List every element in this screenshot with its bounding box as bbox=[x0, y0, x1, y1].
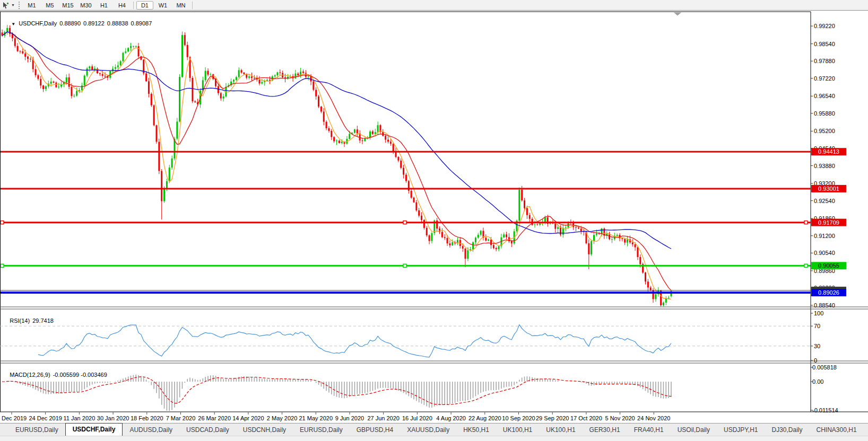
chart-tab-usdjpy-h1[interactable]: USDJPY,H1 bbox=[717, 425, 765, 436]
ohlc-low: 0.88838 bbox=[107, 20, 128, 27]
svg-text:0.90055: 0.90055 bbox=[818, 262, 839, 269]
svg-text:0.93880: 0.93880 bbox=[814, 163, 835, 169]
chart-tab-usdchf-daily[interactable]: USDCHF,Daily bbox=[65, 423, 123, 436]
cursor-tool-icon[interactable] bbox=[2, 1, 10, 10]
svg-text:0.93001: 0.93001 bbox=[818, 186, 839, 192]
svg-text:24 Nov 2020: 24 Nov 2020 bbox=[637, 415, 670, 421]
svg-text:9 Jun 2020: 9 Jun 2020 bbox=[335, 415, 364, 421]
chart-tab-usdcad-daily[interactable]: USDCAD,Daily bbox=[179, 425, 236, 436]
svg-text:18 Feb 2020: 18 Feb 2020 bbox=[131, 415, 163, 421]
svg-text:11 Jan 2020: 11 Jan 2020 bbox=[64, 415, 96, 421]
svg-text:0.98540: 0.98540 bbox=[814, 41, 835, 47]
mt4-window: ▼ M1M5M15M30H1H4D1W1MN 0.992200.985400.9… bbox=[0, 0, 868, 441]
chart-tab-eurusd-daily[interactable]: EURUSD,Daily bbox=[8, 425, 65, 436]
svg-text:0.95200: 0.95200 bbox=[814, 128, 835, 134]
timeframe-m30-button[interactable]: M30 bbox=[77, 1, 94, 10]
chart-tab-uk100-h1[interactable]: UK100,H1 bbox=[539, 425, 582, 436]
timeframe-h1-button[interactable]: H1 bbox=[96, 1, 112, 10]
svg-text:2 May 2020: 2 May 2020 bbox=[267, 415, 297, 421]
svg-text:17 Oct 2020: 17 Oct 2020 bbox=[570, 415, 602, 421]
svg-text:0.99220: 0.99220 bbox=[814, 23, 835, 29]
chart-tab-audusd-daily[interactable]: AUDUSD,Daily bbox=[123, 425, 179, 436]
svg-text:5 Nov 2020: 5 Nov 2020 bbox=[605, 415, 635, 421]
timeframe-w1-button[interactable]: W1 bbox=[154, 1, 171, 10]
svg-text:0.005818: 0.005818 bbox=[812, 364, 837, 371]
chart-tab-uk100-h1[interactable]: UK100,H1 bbox=[496, 425, 539, 436]
svg-text:16 Jul 2020: 16 Jul 2020 bbox=[402, 415, 432, 421]
svg-text:0.97880: 0.97880 bbox=[814, 58, 835, 64]
svg-text:4 Aug 2020: 4 Aug 2020 bbox=[436, 415, 466, 421]
tool-dropdown-caret-icon[interactable]: ▼ bbox=[10, 3, 18, 7]
chart-tab-usoil-h[interactable]: USOil,H bbox=[864, 425, 868, 436]
macd-label: MACD(12,26,9)-0.005599 -0.003469 bbox=[3, 365, 110, 384]
svg-text:26 Mar 2020: 26 Mar 2020 bbox=[198, 415, 231, 421]
chart-title: ▼USDCHF,Daily0.888900.891220.888380.8908… bbox=[5, 14, 154, 33]
ohlc-high: 0.89122 bbox=[83, 20, 105, 27]
svg-text:30 Jan 2020: 30 Jan 2020 bbox=[97, 415, 129, 421]
svg-text:0.96540: 0.96540 bbox=[814, 93, 835, 99]
rsi-label: RSI(14)29.7418 bbox=[3, 311, 56, 330]
chart-tab-ger30-h1[interactable]: GER30,H1 bbox=[583, 425, 627, 436]
svg-text:0.95880: 0.95880 bbox=[814, 110, 835, 117]
toolbar-separator bbox=[192, 2, 193, 9]
chart-canvas[interactable]: 0.992200.985400.978800.972200.965400.958… bbox=[0, 11, 868, 423]
svg-text:0.92540: 0.92540 bbox=[814, 198, 835, 204]
chart-tab-gbpusd-h4[interactable]: GBPUSD,H4 bbox=[350, 425, 400, 436]
chart-tab-xauusd-daily[interactable]: XAUUSD,Daily bbox=[400, 425, 456, 436]
rsi-indicator-value: 29.7418 bbox=[32, 317, 54, 324]
svg-text:-0.011514: -0.011514 bbox=[812, 407, 838, 413]
ohlc-close: 0.89087 bbox=[131, 20, 152, 27]
timeframe-h4-button[interactable]: H4 bbox=[114, 1, 131, 10]
svg-text:5 Dec 2019: 5 Dec 2019 bbox=[0, 415, 27, 421]
svg-text:0.88540: 0.88540 bbox=[814, 302, 835, 308]
chart-tab-eurusd-daily[interactable]: EURUSD,Daily bbox=[293, 425, 350, 436]
chart-symbol-label: USDCHF,Daily bbox=[19, 20, 57, 27]
toolbar-separator bbox=[133, 2, 134, 9]
toolbar-grip[interactable] bbox=[19, 2, 20, 9]
timeframe-m5-button[interactable]: M5 bbox=[41, 1, 58, 10]
svg-text:0.94413: 0.94413 bbox=[818, 148, 839, 155]
rsi-indicator-name: RSI(14) bbox=[10, 317, 30, 324]
timeframe-m1-button[interactable]: M1 bbox=[23, 1, 40, 10]
chart-tab-bar: EURUSD,DailyUSDCHF,DailyAUDUSD,DailyUSDC… bbox=[0, 423, 868, 436]
svg-text:100: 100 bbox=[814, 310, 823, 316]
svg-text:30: 30 bbox=[814, 343, 820, 349]
svg-text:0.00: 0.00 bbox=[812, 378, 823, 385]
svg-text:0: 0 bbox=[814, 357, 817, 364]
svg-text:22 Aug 2020: 22 Aug 2020 bbox=[468, 415, 501, 421]
chart-tab-china300-h1[interactable]: CHINA300,H1 bbox=[810, 425, 864, 436]
svg-text:0.89026: 0.89026 bbox=[818, 289, 839, 296]
cursor-arrow-glyph bbox=[2, 2, 10, 9]
svg-text:7 Mar 2020: 7 Mar 2020 bbox=[166, 415, 196, 421]
svg-text:10 Sep 2020: 10 Sep 2020 bbox=[502, 415, 535, 421]
chart-tab-hk50-h1[interactable]: HK50,H1 bbox=[456, 425, 496, 436]
chart-tab-usdcnh-daily[interactable]: USDCNH,Daily bbox=[236, 425, 293, 436]
svg-text:29 Sep 2020: 29 Sep 2020 bbox=[536, 415, 569, 421]
svg-text:0.91709: 0.91709 bbox=[818, 219, 839, 226]
svg-text:27 Jun 2020: 27 Jun 2020 bbox=[367, 415, 400, 421]
timeframe-m15-button[interactable]: M15 bbox=[59, 1, 76, 10]
svg-text:70: 70 bbox=[814, 323, 820, 329]
macd-indicator-values: -0.005599 -0.003469 bbox=[53, 372, 107, 378]
chart-tab-usoil-daily[interactable]: USOil,Daily bbox=[671, 425, 717, 436]
svg-text:21 May 2020: 21 May 2020 bbox=[299, 415, 333, 421]
timeframe-toolbar: ▼ M1M5M15M30H1H4D1W1MN bbox=[0, 0, 868, 11]
svg-text:14 Apr 2020: 14 Apr 2020 bbox=[232, 415, 264, 421]
svg-text:24 Dec 2019: 24 Dec 2019 bbox=[29, 415, 62, 421]
svg-text:0.91200: 0.91200 bbox=[814, 233, 835, 239]
chart-tab-dj30-daily[interactable]: DJ30,Daily bbox=[765, 425, 810, 436]
footer-strip bbox=[0, 436, 868, 441]
ohlc-open: 0.88890 bbox=[59, 20, 81, 27]
svg-text:0.90540: 0.90540 bbox=[814, 250, 835, 256]
svg-text:0.97220: 0.97220 bbox=[814, 75, 835, 82]
chart-tab-fra40-h1[interactable]: FRA40,H1 bbox=[627, 425, 671, 436]
timeframe-mn-button[interactable]: MN bbox=[172, 1, 189, 10]
timeframe-d1-button[interactable]: D1 bbox=[136, 1, 153, 10]
timeframe-buttons: M1M5M15M30H1H4D1W1MN bbox=[23, 1, 195, 10]
chart-collapse-icon[interactable]: ▼ bbox=[11, 22, 15, 27]
macd-indicator-name: MACD(12,26,9) bbox=[10, 372, 50, 378]
